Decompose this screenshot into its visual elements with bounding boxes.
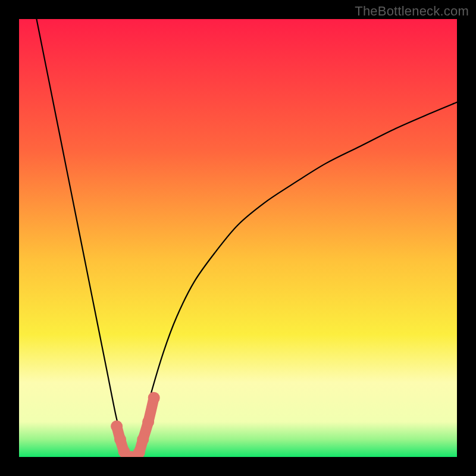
watermark-text: TheBottleneck.com [355, 4, 469, 19]
chart-curves [19, 19, 457, 457]
plot-area [19, 19, 457, 457]
curve-left-branch [36, 19, 133, 457]
marker-dot [111, 420, 123, 432]
chart-frame: TheBottleneck.com [0, 0, 476, 476]
marker-dot [114, 434, 126, 446]
marker-dot [148, 392, 160, 404]
marker-dot [137, 434, 149, 446]
curve-right-branch [133, 102, 457, 457]
marker-dot [142, 416, 154, 428]
